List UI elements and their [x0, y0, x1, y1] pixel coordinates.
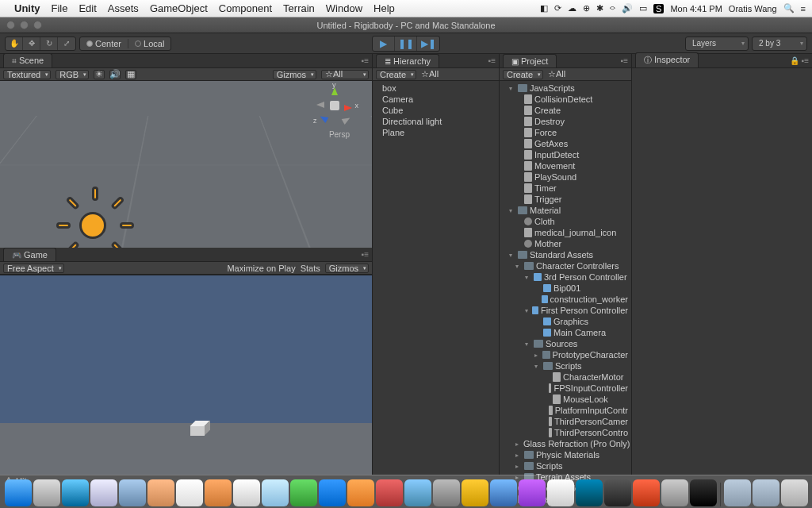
project-item[interactable]: ▾Sources	[500, 338, 631, 349]
rotate-tool[interactable]: ↻	[40, 37, 58, 50]
minimize-window-button[interactable]	[20, 21, 29, 29]
tray-battery-icon[interactable]: ▭	[639, 3, 647, 13]
tray-icon[interactable]: ✱	[596, 3, 603, 13]
hierarchy-search[interactable]: ☆All	[421, 69, 439, 79]
project-item[interactable]: ▸Physic Materials	[500, 449, 631, 460]
maximize-on-play-toggle[interactable]: Maximize on Play	[227, 264, 295, 273]
layers-dropdown[interactable]: Layers	[685, 37, 749, 51]
menu-help[interactable]: Help	[373, 2, 395, 14]
step-button[interactable]: ▶❚	[417, 37, 439, 51]
play-button[interactable]: ▶	[373, 37, 395, 51]
project-item[interactable]: ▾Standard Assets	[500, 249, 631, 260]
scene-viewport[interactable]: y x z Persp	[0, 81, 372, 248]
hierarchy-tab[interactable]: ≣Hierarchy	[376, 54, 439, 67]
menu-window[interactable]: Window	[326, 2, 362, 14]
stats-toggle[interactable]: Stats	[301, 264, 320, 273]
panel-menu-icon[interactable]: ▪≡	[488, 56, 496, 65]
project-item[interactable]: GetAxes	[500, 138, 631, 149]
dock-photobooth[interactable]	[376, 479, 403, 506]
menu-terrain[interactable]: Terrain	[283, 2, 315, 14]
dock-qq[interactable]	[547, 479, 574, 506]
dock-app[interactable]	[519, 479, 546, 506]
project-item[interactable]: PlatformInputContr	[500, 405, 631, 416]
project-item[interactable]: Mother	[500, 238, 631, 249]
hierarchy-item[interactable]: Camera	[373, 94, 499, 105]
dock-ibooks[interactable]	[347, 479, 374, 506]
project-item[interactable]: ThirdPersonCamer	[500, 416, 631, 427]
project-item[interactable]: PlaySound	[500, 171, 631, 183]
hierarchy-item[interactable]: Cube	[373, 105, 499, 116]
orientation-gizmo[interactable]: y x z	[316, 87, 352, 123]
dock-folder[interactable]	[753, 479, 779, 506]
project-item[interactable]: Graphics	[500, 316, 631, 327]
dock-reminders[interactable]	[233, 479, 260, 506]
dock-mail[interactable]	[119, 479, 146, 506]
dock-unity[interactable]	[604, 479, 631, 506]
dock-safari[interactable]	[90, 479, 117, 506]
render-mode-dropdown[interactable]: RGB	[56, 70, 89, 79]
dock-finder[interactable]	[5, 479, 32, 506]
dock-calendar[interactable]	[176, 479, 203, 506]
panel-menu-icon[interactable]: ▪≡	[621, 56, 628, 65]
dock-facetime[interactable]	[290, 479, 317, 506]
tray-icon[interactable]: ⟳	[554, 3, 561, 13]
scene-light-toggle[interactable]: ☀	[94, 70, 105, 79]
project-item[interactable]: ThirdPersonContro	[500, 427, 631, 438]
dock-preview[interactable]	[404, 479, 431, 506]
notification-icon[interactable]: ≡	[801, 4, 806, 13]
project-item[interactable]: ▾First Person Controller	[500, 305, 631, 316]
game-gizmos-dropdown[interactable]: Gizmos	[325, 264, 369, 273]
light-gizmo-icon[interactable]	[79, 212, 106, 239]
scene-tab[interactable]: ⌗Scene	[3, 53, 52, 67]
project-item[interactable]: ▾Scripts	[500, 360, 631, 371]
project-item[interactable]: medical_journal_icon	[500, 227, 631, 238]
tray-wifi-icon[interactable]: ⌔	[610, 4, 615, 13]
menu-edit[interactable]: Edit	[79, 2, 96, 14]
scene-search[interactable]: ☆All	[321, 70, 369, 79]
project-item[interactable]: Timer	[500, 183, 631, 194]
panel-menu-icon[interactable]: ▪≡	[362, 56, 369, 65]
tray-icon[interactable]: ◧	[540, 3, 548, 13]
dock-photoshop[interactable]	[576, 479, 603, 506]
game-tab[interactable]: 🎮Game	[3, 248, 56, 261]
project-search[interactable]: ☆All	[548, 69, 565, 79]
project-item[interactable]: Destroy	[500, 116, 631, 127]
project-item[interactable]: FPSInputController	[500, 383, 631, 394]
move-tool[interactable]: ✥	[23, 37, 40, 50]
aspect-dropdown[interactable]: Free Aspect	[3, 264, 64, 273]
gizmos-dropdown[interactable]: Gizmos	[273, 70, 316, 79]
project-item[interactable]: ▾Character Controllers	[500, 260, 631, 271]
dock-app[interactable]	[490, 479, 517, 506]
project-item[interactable]: construction_worker	[500, 294, 631, 305]
app-menu[interactable]: Unity	[14, 2, 40, 14]
tray-icon[interactable]: S	[653, 4, 664, 13]
hierarchy-item[interactable]: Plane	[373, 127, 499, 138]
dock-sysprefs[interactable]	[433, 479, 460, 506]
project-item[interactable]: Force	[500, 127, 631, 138]
dock-notes[interactable]	[205, 479, 232, 506]
inspector-tab[interactable]: ⓘInspector	[635, 52, 699, 67]
hand-tool[interactable]: ✋	[6, 37, 23, 50]
dock-app[interactable]	[462, 479, 488, 506]
pivot-local[interactable]: Local	[128, 39, 170, 48]
dock-app[interactable]	[661, 479, 688, 506]
menu-component[interactable]: Component	[219, 2, 272, 14]
spotlight-icon[interactable]: 🔍	[783, 3, 795, 13]
project-item[interactable]: ▸Glass Refraction (Pro Only)	[500, 438, 631, 449]
zoom-window-button[interactable]	[33, 21, 42, 29]
scene-fx-toggle[interactable]: ▦	[125, 70, 136, 79]
menu-gameobject[interactable]: GameObject	[150, 2, 208, 14]
project-item[interactable]: ▾Material	[500, 205, 631, 216]
scene-audio-toggle[interactable]: 🔊	[109, 70, 121, 79]
projection-label[interactable]: Persp	[329, 130, 350, 139]
project-item[interactable]: Cloth	[500, 216, 631, 227]
draw-mode-dropdown[interactable]: Textured	[3, 70, 51, 79]
project-item[interactable]: Bip001	[500, 283, 631, 294]
project-tab[interactable]: ▣Project	[503, 54, 557, 67]
tray-user[interactable]: Oratis Wang	[729, 4, 777, 13]
project-item[interactable]: CharacterMotor	[500, 371, 631, 383]
dock-terminal[interactable]	[690, 479, 717, 506]
project-item[interactable]: InputDetect	[500, 149, 631, 160]
dock-itunes[interactable]	[319, 479, 346, 506]
project-item[interactable]: MouseLook	[500, 394, 631, 405]
